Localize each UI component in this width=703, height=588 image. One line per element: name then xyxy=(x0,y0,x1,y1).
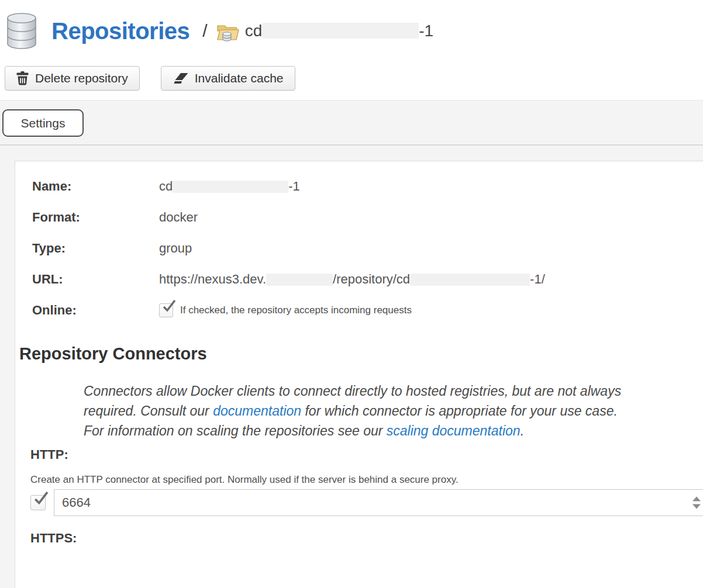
https-label: HTTPS: xyxy=(30,531,703,546)
tab-settings[interactable]: Settings xyxy=(2,109,84,137)
field-row-name: Name: cd-1 xyxy=(32,179,703,194)
redacted-repo-name xyxy=(262,23,419,39)
repository-folder-icon xyxy=(217,23,239,43)
checkmark-icon xyxy=(161,299,175,313)
repo-name-prefix: cd xyxy=(245,22,263,40)
delete-repository-label: Delete repository xyxy=(35,71,128,85)
delete-repository-button[interactable]: Delete repository xyxy=(5,66,140,91)
field-row-format: Format: docker xyxy=(32,210,703,225)
repository-summary-fields: Name: cd-1 Format: docker Type: group UR… xyxy=(32,179,703,318)
http-port-row xyxy=(30,489,703,516)
port-spinner xyxy=(692,497,701,509)
page-title: Repositories xyxy=(51,18,189,44)
checkmark-icon xyxy=(33,491,48,506)
url-part3: -1/ xyxy=(530,272,545,286)
spinner-down-icon[interactable] xyxy=(692,504,701,509)
field-row-url: URL: https://nexus3.dev./repository/cd-1… xyxy=(32,272,703,287)
online-label: Online: xyxy=(32,303,159,318)
invalidate-cache-button[interactable]: Invalidate cache xyxy=(161,66,295,91)
http-help-text: Create an HTTP connector at specified po… xyxy=(30,474,703,486)
name-value: cd-1 xyxy=(159,179,300,194)
settings-panel: Name: cd-1 Format: docker Type: group UR… xyxy=(15,161,703,588)
name-value-prefix: cd xyxy=(159,179,173,193)
format-value: docker xyxy=(159,210,198,225)
field-row-online: Online: If checked, the repository accep… xyxy=(32,303,703,318)
repository-settings-page: Repositories / cd-1 xyxy=(0,0,703,588)
tab-settings-label: Settings xyxy=(21,116,66,130)
repo-name-suffix: -1 xyxy=(419,22,433,40)
redacted-url-host xyxy=(266,274,333,286)
format-label: Format: xyxy=(32,210,159,225)
url-value: https://nexus3.dev./repository/cd-1/ xyxy=(159,272,545,287)
repository-connectors-heading: Repository Connectors xyxy=(19,343,703,364)
breadcrumb-separator: / xyxy=(202,21,207,41)
type-label: Type: xyxy=(32,241,159,256)
content-area: Name: cd-1 Format: docker Type: group UR… xyxy=(0,146,703,588)
online-control: If checked, the repository accepts incom… xyxy=(159,303,412,318)
intro-part3: . xyxy=(521,423,524,438)
documentation-link[interactable]: documentation xyxy=(213,403,301,418)
url-label: URL: xyxy=(32,272,159,287)
redacted-url-repo xyxy=(410,274,530,286)
field-row-type: Type: group xyxy=(32,241,703,256)
online-checkbox[interactable] xyxy=(159,303,173,317)
connectors-intro-text: Connectors allow Docker clients to conne… xyxy=(84,381,639,441)
breadcrumb-repo-name: cd-1 xyxy=(245,22,433,40)
http-label: HTTP: xyxy=(30,447,703,462)
name-label: Name: xyxy=(32,179,159,194)
url-part1: https://nexus3.dev. xyxy=(159,272,266,286)
page-header: Repositories / cd-1 xyxy=(0,0,703,56)
redacted-name-value xyxy=(173,181,288,193)
url-part2: /repository/cd xyxy=(333,272,410,286)
name-value-suffix: -1 xyxy=(288,179,300,193)
type-value: group xyxy=(159,241,192,256)
eraser-icon xyxy=(173,72,188,85)
trash-icon xyxy=(16,71,29,85)
online-help-text: If checked, the repository accepts incom… xyxy=(180,303,412,318)
spinner-up-icon[interactable] xyxy=(692,497,701,501)
http-port-input[interactable] xyxy=(54,489,703,516)
tab-bar: Settings xyxy=(0,100,703,146)
scaling-documentation-link[interactable]: scaling documentation xyxy=(387,423,521,438)
invalidate-cache-label: Invalidate cache xyxy=(195,71,284,85)
toolbar: Delete repository Invalidate cache xyxy=(0,66,703,91)
http-enabled-checkbox[interactable] xyxy=(30,495,46,510)
database-icon xyxy=(6,12,37,50)
